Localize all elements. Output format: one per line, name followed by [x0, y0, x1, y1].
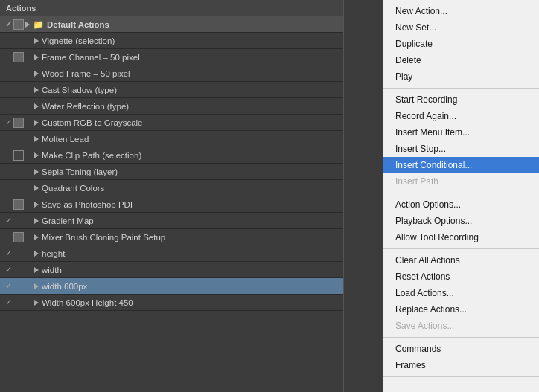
menu-item[interactable]: Record Again...	[383, 108, 539, 124]
check-mark: ✓	[3, 118, 13, 127]
menu-item[interactable]: Playback Options...	[383, 213, 539, 229]
action-row[interactable]: Save as Photoshop PDF	[0, 196, 343, 213]
check-mark: ✓	[3, 281, 13, 291]
action-label: width	[39, 266, 340, 274]
menu-item[interactable]: New Action...	[383, 3, 539, 19]
menu-item[interactable]: Frames	[383, 357, 539, 373]
square-icon	[13, 118, 24, 128]
check-mark: ✓	[3, 265, 13, 274]
panel-header: Actions	[0, 0, 343, 16]
square-icon	[13, 52, 24, 62]
square-icon	[13, 150, 24, 161]
check-mark: ✓	[3, 248, 13, 258]
action-row[interactable]: Sepia Toning (layer)	[0, 164, 343, 180]
action-label: height	[39, 249, 340, 258]
menu-item[interactable]: Delete	[383, 52, 539, 68]
square-icon	[13, 199, 24, 210]
action-label: Gradient Map	[39, 216, 340, 225]
menu-item[interactable]: Duplicate	[383, 36, 539, 52]
check-mark: ✓	[3, 216, 13, 225]
menu-section: Clear All ActionsReset ActionsLoad Actio…	[383, 249, 539, 338]
menu-section: New Action...New Set...DuplicateDeletePl…	[383, 0, 539, 89]
action-label: Sepia Toning (layer)	[39, 167, 340, 176]
action-row[interactable]: ✓width	[0, 262, 343, 278]
check-mark: ✓	[3, 298, 13, 307]
square-icon	[13, 19, 24, 30]
action-row[interactable]: Mixer Brush Cloning Paint Setup	[0, 229, 343, 245]
action-label: Make Clip Path (selection)	[39, 151, 340, 160]
action-label: Cast Shadow (type)	[39, 86, 340, 94]
action-row[interactable]: Frame Channel – 50 pixel	[0, 49, 343, 65]
action-row[interactable]: Quadrant Colors	[0, 180, 343, 196]
action-row[interactable]: Water Reflection (type)	[0, 98, 343, 115]
action-label: Water Reflection (type)	[39, 102, 340, 111]
check-mark: ✓	[3, 19, 13, 29]
action-row[interactable]: ✓Custom RGB to Grayscale	[0, 115, 343, 131]
menu-item[interactable]: Load Actions...	[383, 285, 539, 301]
menu-item[interactable]: Reset Actions	[383, 269, 539, 285]
action-row[interactable]: Molten Lead	[0, 131, 343, 147]
menu-item: Insert Path	[383, 173, 539, 190]
action-label: Custom RGB to Grayscale	[39, 118, 340, 127]
menu-item[interactable]: New Set...	[383, 19, 539, 36]
action-label: Wood Frame – 50 pixel	[39, 69, 340, 78]
menu-item[interactable]: Action Options...	[383, 196, 539, 213]
action-label: width 600px	[39, 282, 340, 291]
menu-item[interactable]: Allow Tool Recording	[383, 229, 539, 245]
action-label: Quadrant Colors	[39, 184, 340, 193]
folder-icon: 📁	[33, 19, 44, 30]
menu-item[interactable]: Insert Menu Item...	[383, 124, 539, 141]
action-row[interactable]: Cast Shadow (type)	[0, 82, 343, 98]
action-label: Vignette (selection)	[39, 36, 340, 45]
action-label: Mixer Brush Cloning Paint Setup	[39, 233, 340, 242]
menu-item[interactable]: Clear All Actions	[383, 252, 539, 269]
action-label: Frame Channel – 50 pixel	[39, 53, 340, 62]
action-row[interactable]: ✓📁Default Actions	[0, 16, 343, 33]
panel-title: Actions	[6, 4, 36, 13]
action-label: Default Actions	[44, 20, 340, 29]
action-label: Width 600px Height 450	[39, 298, 340, 307]
menu-item[interactable]: Insert Conditional...	[383, 157, 539, 173]
menu-item[interactable]: Start Recording	[383, 91, 539, 108]
action-row[interactable]: ✓Width 600px Height 450	[0, 295, 343, 311]
action-row[interactable]: Vignette (selection)	[0, 33, 343, 49]
menu-section: CommandsFrames	[383, 338, 539, 377]
action-row[interactable]: Make Clip Path (selection)	[0, 147, 343, 164]
square-icon	[13, 232, 24, 242]
menu-section: Action Options...Playback Options...Allo…	[383, 193, 539, 249]
menu-item: Save Actions...	[383, 318, 539, 334]
action-row[interactable]: Wood Frame – 50 pixel	[0, 65, 343, 82]
expand-triangle-icon[interactable]	[25, 22, 30, 28]
menu-item[interactable]: Commands	[383, 341, 539, 357]
action-row[interactable]: ✓width 600px	[0, 278, 343, 295]
menu-item[interactable]: Play	[383, 68, 539, 85]
menu-item[interactable]: Insert Stop...	[383, 141, 539, 157]
action-row[interactable]: ✓Gradient Map	[0, 213, 343, 229]
actions-panel: Actions ✓📁Default Actions Vignette (sele…	[0, 0, 344, 392]
actions-list[interactable]: ✓📁Default Actions Vignette (selection) F…	[0, 16, 343, 392]
menu-item[interactable]: Replace Actions...	[383, 301, 539, 318]
action-label: Molten Lead	[39, 135, 340, 144]
action-row[interactable]: ✓height	[0, 245, 343, 262]
context-menu: New Action...New Set...DuplicateDeletePl…	[383, 0, 539, 392]
action-label: Save as Photoshop PDF	[39, 200, 340, 209]
menu-section: Start RecordingRecord Again...Insert Men…	[383, 89, 539, 193]
